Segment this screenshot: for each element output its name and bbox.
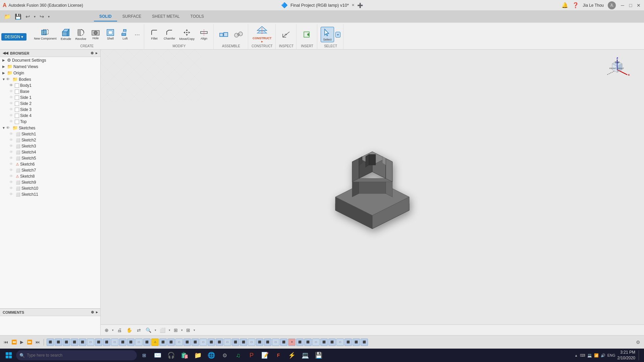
eye-top[interactable]: 👁 [9,119,14,124]
align-button[interactable]: Align [197,28,211,41]
timeline-item-28[interactable]: ⬛ [264,339,271,346]
close-button[interactable]: ✕ [636,3,641,8]
taskbar-app-powerpoint[interactable]: P [246,349,258,361]
timeline-item-19[interactable]: ⬛ [192,339,199,346]
timeline-item-29[interactable]: □ [272,339,279,346]
eye-sketch3[interactable]: 👁 [9,144,14,148]
visual-style-button[interactable]: ⊞ [185,327,192,334]
taskbar-app-storage[interactable]: 💾 [313,349,325,361]
undo-button[interactable]: ↩ [24,13,31,20]
check-top[interactable] [15,120,19,124]
redo-dropdown[interactable]: ▾ [47,14,51,19]
check-body1[interactable] [15,83,19,88]
timeline-item-16[interactable]: ⬛ [167,339,175,346]
tree-item-body1[interactable]: 👁 Body1 [0,82,100,88]
extrude-button[interactable]: Extrude [59,28,72,41]
loft-button[interactable]: Loft [118,28,132,41]
design-button[interactable]: DESIGN ▾ [1,33,26,41]
tree-item-side1[interactable]: 👁 Side 1 [0,95,100,101]
shell-button[interactable]: Shell [104,28,117,41]
orbit-button[interactable]: ✋ [125,327,133,334]
eye-sketch5[interactable]: 👁 [9,156,14,161]
tree-item-sketch10[interactable]: 👁 ⬜ Sketch10 [0,185,100,191]
eye-bodies[interactable]: 👁 [6,77,11,82]
tree-item-sketches[interactable]: ▼ 👁 📁 Sketches [0,125,100,131]
timeline-item-17[interactable]: □ [175,339,183,346]
assemble-btn[interactable] [217,30,230,39]
clock-display[interactable]: 3:21 PM 2/10/2020 [618,350,635,361]
timeline-item-25[interactable]: ⬛ [240,339,247,346]
hole-button[interactable]: Hole [89,28,102,41]
timeline-item-38[interactable]: ⬛ [344,339,352,346]
move-button[interactable]: Move/Copy [178,28,196,41]
tray-monitor-icon[interactable]: 💻 [587,353,592,358]
timeline-item-11[interactable]: ⬛ [127,339,135,346]
taskbar-search-input[interactable] [16,350,137,360]
viewport[interactable]: TOP RIGHT FRONT X Z ⊕ ▾ 🖨 ✋ ⇄ 🔍 ▾ ⬜ ▾ ⊞ … [101,50,644,335]
file-close-button[interactable]: ✕ [352,3,355,7]
comments-add-icon[interactable]: ⊕ [91,310,94,314]
comments-expand-icon[interactable]: ▸ [96,310,98,314]
new-component-button[interactable]: New Component [33,28,58,41]
timeline-item-40[interactable]: ⬛ [361,339,368,346]
timeline-play-button[interactable]: ▶ [19,339,24,345]
timeline-item-21[interactable]: ⬛ [208,339,215,346]
grid-display-button[interactable]: ⊞ [172,327,179,334]
tree-item-base[interactable]: 👁 Base [0,88,100,95]
check-base[interactable] [15,89,19,94]
check-side3[interactable] [15,108,19,112]
taskbar-app-arduino[interactable]: ⚡ [286,349,298,361]
browser-collapse-button[interactable]: ◀◀ [3,51,8,55]
tree-item-sketch3[interactable]: 👁 ⬜ Sketch3 [0,143,100,149]
tree-item-doc-settings[interactable]: ▶ ⚙ Document Settings [0,57,100,63]
zoom-fit-button[interactable]: 🔍 [144,327,153,334]
timeline-item-37[interactable]: □ [336,339,344,346]
eye-base[interactable]: 👁 [9,89,14,94]
tray-language-icon[interactable]: ENG [607,353,615,357]
timeline-item-35[interactable]: ⬛ [320,339,328,346]
view-cube-button[interactable]: ⬜ [158,327,167,334]
create-dropdown[interactable]: ⋯ [133,31,141,39]
tree-item-origin[interactable]: ▶ 📁 Origin [0,70,100,76]
timeline-item-36[interactable]: ⬛ [328,339,336,346]
taskbar-app-spotify[interactable]: ♫ [232,349,244,361]
tree-item-sketch5[interactable]: 👁 ⬜ Sketch5 [0,155,100,161]
eye-sketch11[interactable]: 👁 [9,192,14,197]
timeline-item-32[interactable]: ⬛ [296,339,304,346]
snap-button[interactable]: ⊕ [103,327,110,334]
timeline-item-4[interactable]: ⬛ [71,339,78,346]
tree-item-side3[interactable]: 👁 Side 3 [0,107,100,113]
tray-wifi-icon[interactable]: 📶 [594,353,599,358]
taskbar-app-audio[interactable]: 🎧 [165,349,177,361]
timeline-item-34[interactable]: □ [312,339,320,346]
tab-solid[interactable]: SOLID [94,12,117,21]
tray-volume-icon[interactable]: 🔊 [601,353,605,358]
check-side2[interactable] [15,102,19,106]
check-side4[interactable] [15,114,19,118]
minimize-button[interactable]: ─ [620,3,625,8]
timeline-item-3[interactable]: ⬛ [63,339,70,346]
revolve-button[interactable]: Revolve [74,28,88,41]
tree-item-sketch2[interactable]: 👁 ⬜ Sketch2 [0,137,100,143]
tree-item-sketch6[interactable]: 👁 ⚠ Sketch6 [0,161,100,167]
measure-button[interactable]: m [279,30,293,39]
windows-start-button[interactable] [3,349,15,361]
eye-sketch1[interactable]: 👁 [9,132,14,136]
eye-sketch2[interactable]: 👁 [9,138,14,142]
save-button[interactable]: 💾 [13,13,23,20]
tree-item-top[interactable]: 👁 Top [0,119,100,125]
select-dropdown[interactable]: ▾ [335,32,340,38]
eye-sketch9[interactable]: 👁 [9,180,14,185]
timeline-item-22[interactable]: ⬛ [216,339,223,346]
maximize-button[interactable]: □ [628,3,633,8]
check-side1[interactable] [15,96,19,100]
tree-item-sketch4[interactable]: 👁 ⬜ Sketch4 [0,149,100,155]
fillet-button[interactable]: Fillet [148,28,161,41]
taskbar-app-chrome[interactable]: ⚙ [219,349,231,361]
help-icon[interactable]: ❓ [572,2,579,8]
eye-sketches[interactable]: 👁 [6,126,11,130]
look-at-button[interactable]: ⇄ [136,327,142,334]
notifications-icon[interactable]: 🔔 [561,2,568,8]
taskbar-app-sticky[interactable]: 📝 [259,349,271,361]
construct-btn[interactable]: CONSTRUCT ▸ [252,25,272,44]
